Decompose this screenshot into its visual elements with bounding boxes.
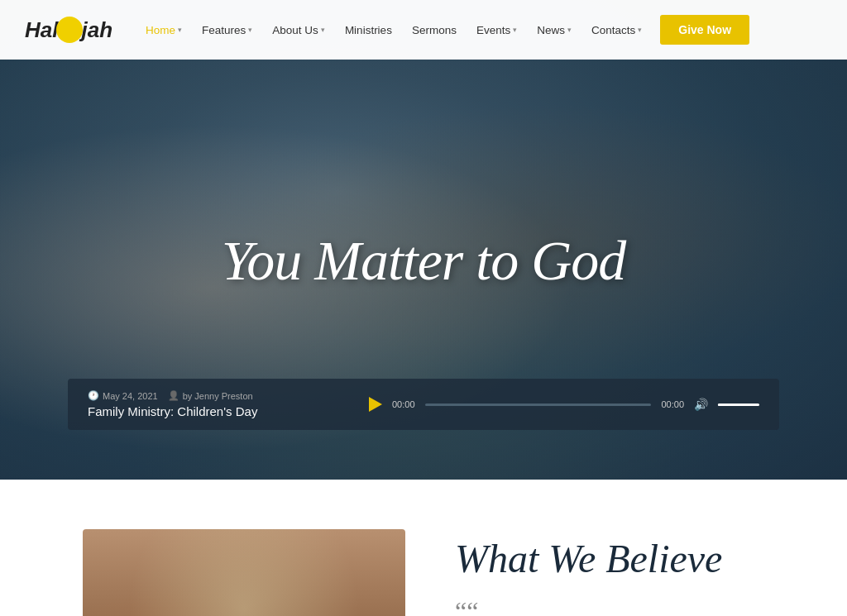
nav-link-home[interactable]: Home ▾ <box>137 17 190 43</box>
nav-link-features[interactable]: Features ▾ <box>194 17 261 43</box>
believe-text: What We Believe ““ For what shall it pro… <box>455 529 781 616</box>
nav-item-sermons[interactable]: Sermons <box>404 17 465 43</box>
nav-item-events[interactable]: Events ▾ <box>468 17 525 43</box>
nav-link-ministries[interactable]: Ministries <box>337 17 400 43</box>
what-we-believe-section: What We Believe ““ For what shall it pro… <box>0 480 847 616</box>
nav-link-events[interactable]: Events ▾ <box>468 17 525 43</box>
nav-item-about[interactable]: About Us ▾ <box>264 17 333 43</box>
nav-item-give[interactable]: Give Now <box>653 15 749 45</box>
nav-links: Home ▾ Features ▾ About Us ▾ Ministries … <box>137 15 822 45</box>
chevron-down-icon: ▾ <box>178 26 182 34</box>
nav-link-news[interactable]: News ▾ <box>529 17 580 43</box>
audio-time-end: 00:00 <box>661 399 684 409</box>
audio-time-start: 00:00 <box>392 399 415 409</box>
chevron-down-icon: ▾ <box>248 26 252 34</box>
volume-bar[interactable] <box>718 404 759 406</box>
nav-link-contacts[interactable]: Contacts ▾ <box>583 17 650 43</box>
nav-item-contacts[interactable]: Contacts ▾ <box>583 17 650 43</box>
site-logo[interactable]: Hal jah <box>25 17 112 43</box>
logo-dot <box>56 17 83 43</box>
believe-image-inner <box>83 529 405 616</box>
audio-controls[interactable]: 00:00 00:00 🔊 <box>369 397 759 412</box>
logo-text-right: jah <box>81 17 112 43</box>
clock-icon <box>88 390 99 401</box>
hero-section: You Matter to God May 24, 2021 by Jenny … <box>0 0 847 480</box>
volume-fill <box>718 404 747 406</box>
nav-label-ministries: Ministries <box>345 24 392 36</box>
nav-label-events: Events <box>476 24 510 36</box>
chevron-down-icon: ▾ <box>513 26 517 34</box>
audio-date-author: May 24, 2021 by Jenny Preston <box>88 390 352 401</box>
progress-bar[interactable] <box>425 404 652 406</box>
user-icon <box>168 390 179 401</box>
nav-item-ministries[interactable]: Ministries <box>337 17 400 43</box>
section-title: What We Believe <box>455 537 781 581</box>
navbar: Hal jah Home ▾ Features ▾ About Us ▾ Min… <box>0 0 847 60</box>
nav-item-features[interactable]: Features ▾ <box>194 17 261 43</box>
chevron-down-icon: ▾ <box>321 26 325 34</box>
logo-text-left: Hal <box>25 17 58 43</box>
believe-image <box>83 529 405 616</box>
nav-link-about[interactable]: About Us ▾ <box>264 17 333 43</box>
nav-item-news[interactable]: News ▾ <box>529 17 580 43</box>
volume-icon[interactable]: 🔊 <box>694 398 708 411</box>
nav-label-sermons: Sermons <box>412 24 457 36</box>
give-now-button[interactable]: Give Now <box>660 15 749 45</box>
play-button[interactable] <box>369 397 382 412</box>
nav-item-home[interactable]: Home ▾ <box>137 17 190 43</box>
audio-player-bar: May 24, 2021 by Jenny Preston Family Min… <box>68 379 779 430</box>
quote-mark: ““ <box>455 598 781 616</box>
nav-link-sermons[interactable]: Sermons <box>404 17 465 43</box>
nav-label-features: Features <box>202 24 246 36</box>
audio-title: Family Ministry: Children's Day <box>88 404 352 418</box>
chevron-down-icon: ▾ <box>638 26 642 34</box>
chevron-down-icon: ▾ <box>567 26 572 34</box>
audio-date-text: May 24, 2021 <box>103 391 158 401</box>
audio-author-text: by Jenny Preston <box>183 391 253 401</box>
nav-label-home: Home <box>146 24 175 36</box>
nav-label-contacts: Contacts <box>591 24 635 36</box>
audio-date-span: May 24, 2021 <box>88 390 158 401</box>
hero-title: You Matter to God <box>222 230 626 292</box>
nav-label-about: About Us <box>272 24 318 36</box>
nav-label-news: News <box>537 24 565 36</box>
audio-meta: May 24, 2021 by Jenny Preston Family Min… <box>88 390 352 418</box>
audio-author-span: by Jenny Preston <box>168 390 253 401</box>
